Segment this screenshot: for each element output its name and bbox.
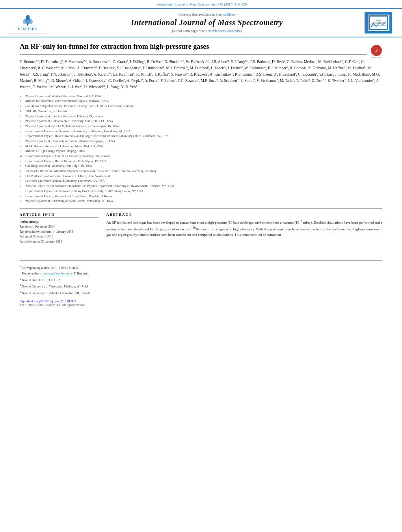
elsevier-logo: ELSEVIER [8,12,47,33]
contents-available-line: Contents lists available at ScienceDirec… [51,13,363,17]
journal-citation-text: International Journal of Mass Spectromet… [155,2,247,6]
article-info-panel: ARTICLE INFO Article history: Received 1… [20,213,99,245]
authors-block: T. Brunnera,*, D. Fudenberga, V. Varents… [20,59,382,90]
elsevier-logo-area: ELSEVIER [8,12,51,33]
elsevier-wordmark: ELSEVIER [18,27,37,31]
affiliation-item: cFacility for Antiproton and Ion Researc… [20,104,382,109]
affiliation-item: iDepartment of Physics, Duke University,… [20,134,382,139]
affiliation-item: oOak Ridge National Laboratory, Oak Ridg… [20,164,382,169]
affiliation-item: gPhysics Department and CEEM, Indiana Un… [20,124,382,129]
contents-label: Contents lists available at [179,13,215,17]
svg-text:CrossMark: CrossMark [373,54,380,56]
affiliation-item: sAmherst Center for Fundamental Interact… [20,184,382,189]
journal-title: International Journal of Mass Spectromet… [51,18,363,27]
svg-point-3 [29,19,33,24]
affiliation-item: bInstitute for Theoretical and Experimen… [20,99,382,104]
article-content: An RF-only ion-funnel for extraction fro… [0,37,402,248]
footnote-2: 2 Now at University of Wisconsin, Madiso… [20,283,382,289]
homepage-line: journal homepage: www.elsevier.com/locat… [51,29,363,33]
affiliation-item: aPhysics Department, Stanford University… [20,94,382,99]
elsevier-tree-icon [21,15,35,26]
crossmark-icon: ✓ CrossMark [370,44,382,56]
crossmark-area: ✓ CrossMark CrossMark [370,42,382,59]
abstract-heading: ABSTRACT [106,213,382,217]
affiliations-block: aPhysics Department, Stanford University… [20,94,382,204]
affiliation-item: vPhysics Department, University of South… [20,199,382,204]
affiliation-item: kSLAC National Accelerator Laboratory, M… [20,144,382,149]
svg-point-2 [23,19,27,24]
mass-spec-logo-icon: MASS SPECTROMETRY [368,15,388,30]
affiliation-item: hDepartment of Physics and Astronomy, Un… [20,129,382,134]
right-logo-area: MASS SPECTROMETRY [363,12,394,33]
title-row: An RF-only ion-funnel for extraction fro… [20,42,382,59]
sciencedirect-link[interactable]: ScienceDirect [216,13,235,17]
affiliation-item: fPhysics Department, Colorado State Univ… [20,119,382,124]
affiliation-item: lInstitute of High Energy Physics, Beiji… [20,149,382,154]
crossmark-label: CrossMark [370,56,382,59]
affiliation-item: rLawrence Livermore National Laboratory,… [20,179,382,184]
footer-notes: * Corresponding author. Tel.: +1 650 723… [0,248,402,311]
doi-link[interactable]: http://dx.doi.org/10.1016/j.ijms.2015.01… [20,300,76,303]
article-info-heading: ARTICLE INFO [20,213,99,218]
footer-separator [20,260,382,261]
journal-logo-box: MASS SPECTROMETRY [365,12,392,33]
footnote-1: 1 Now at Patrick AFB, FL, USA. [20,277,382,283]
affiliation-item: ePhysics Department, Carleton University… [20,114,382,119]
available-date: Available online 28 January 2015 [20,239,99,245]
affiliation-item: qLHEP, Albert Einstein Center, Universit… [20,174,382,179]
svg-point-4 [26,15,30,20]
article-history-label: Article history: [20,220,99,224]
journal-title-center: Contents lists available at ScienceDirec… [51,13,363,33]
journal-citation-bar: International Journal of Mass Spectromet… [0,0,402,8]
lower-section: ARTICLE INFO Article history: Received 1… [20,213,382,245]
accepted-date: Accepted 15 January 2015 [20,234,99,239]
article-title: An RF-only ion-funnel for extraction fro… [20,42,367,55]
homepage-link[interactable]: www.elsevier.com/locate/ijms [199,29,242,33]
affiliation-item: dTRIUMF, Vancouver, BC, Canada [20,109,382,114]
received-date: Received 1 December 2014 [20,224,99,230]
affiliation-item: jPhysics Department, University of Illin… [20,139,382,144]
received-revised-date: Received in revised form 14 January 2015 [20,230,99,235]
footnote-email: E-mail address: tbrunner@stanford.edu (T… [20,271,382,276]
abstract-text: An RF ion-funnel technique has been deve… [106,219,382,238]
journal-header: ELSEVIER Contents lists available at Sci… [0,8,402,37]
footnote-corresponding: * Corresponding author. Tel.: +1 650 723… [20,265,382,271]
homepage-label: journal homepage: [172,29,198,33]
article-info-dates: Received 1 December 2014 Received in rev… [20,224,99,245]
affiliation-item: mDepartment of Physics, Laurentian Unive… [20,154,382,159]
affiliation-item: uDepartment of Physics, University of Se… [20,194,382,199]
affiliation-item: nDepartment of Physics, Drexel Universit… [20,159,382,164]
email-link[interactable]: tbrunner@stanford.edu [43,272,72,275]
affiliation-item: pTechnische Universität München, Physikd… [20,169,382,174]
svg-text:✓: ✓ [375,48,378,53]
journal-logo-inner: MASS SPECTROMETRY [368,15,389,31]
abstract-panel: ABSTRACT An RF ion-funnel technique has … [106,213,382,245]
page: International Journal of Mass Spectromet… [0,0,402,532]
section-separator [20,208,382,209]
footnote-3: 3 Now at University of Alberta, Edmonton… [20,290,382,296]
affiliation-item: tDepartment of Physics and Astronomy, St… [20,189,382,194]
svg-text:MASS: MASS [376,19,381,21]
copyright-line: 1387-3806/© 2015 Elsevier B.V. All right… [20,303,382,307]
